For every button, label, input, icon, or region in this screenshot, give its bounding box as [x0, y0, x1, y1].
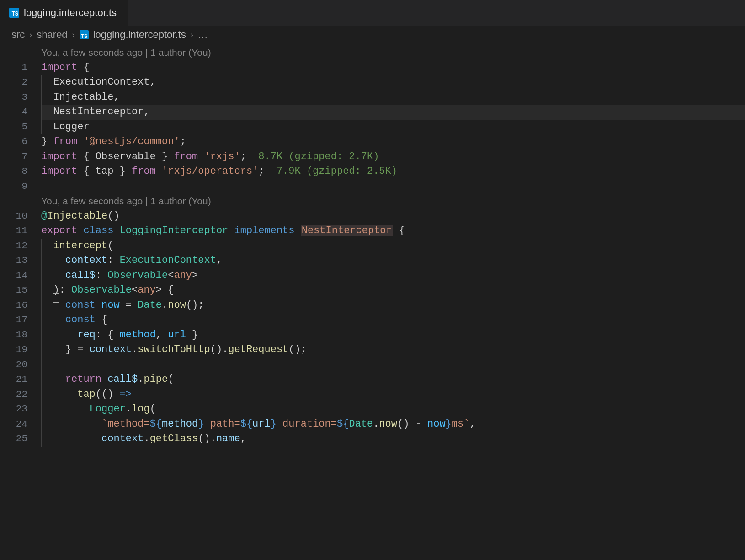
- editor-tab[interactable]: TS logging.interceptor.ts: [0, 0, 128, 26]
- code-line[interactable]: } from '@nestjs/common';: [41, 134, 745, 149]
- code-line[interactable]: import { tap } from 'rxjs/operators'; 7.…: [41, 164, 745, 179]
- breadcrumb-shared[interactable]: shared: [37, 29, 67, 41]
- code-line[interactable]: import { Observable } from 'rxjs'; 8.7K …: [41, 149, 745, 165]
- code-line[interactable]: const {: [41, 313, 745, 328]
- codelens[interactable]: You, a few seconds ago | 1 author (You): [41, 45, 745, 60]
- breadcrumb-file[interactable]: logging.interceptor.ts: [93, 29, 186, 41]
- code-line[interactable]: [41, 179, 745, 194]
- line-gutter: 1 2 3 4 5 6 7 8 9 10 11 12 13 14 15 16 1…: [0, 45, 41, 447]
- code-line[interactable]: Injectable,: [41, 90, 745, 105]
- code-line[interactable]: return call$.pipe(: [41, 372, 745, 387]
- code-line[interactable]: call$: Observable<any>: [41, 268, 745, 283]
- code-line[interactable]: context.getClass().name,: [41, 432, 745, 447]
- code-line[interactable]: [41, 357, 745, 373]
- editor[interactable]: 1 2 3 4 5 6 7 8 9 10 11 12 13 14 15 16 1…: [0, 43, 745, 447]
- code-line[interactable]: const now = Date.now();: [41, 298, 745, 313]
- tab-title: logging.interceptor.ts: [24, 7, 117, 19]
- code-line[interactable]: context: ExecutionContext,: [41, 253, 745, 268]
- code-line[interactable]: } = context.switchToHttp().getRequest();: [41, 342, 745, 357]
- breadcrumb-src[interactable]: src: [11, 29, 25, 41]
- code-line[interactable]: ): Observable<any> {: [41, 283, 745, 298]
- breadcrumb[interactable]: src › shared › TS logging.interceptor.ts…: [0, 26, 745, 43]
- code-line[interactable]: ExecutionContext,: [41, 75, 745, 90]
- code-line[interactable]: @Injectable(): [41, 209, 745, 224]
- code-area[interactable]: You, a few seconds ago | 1 author (You) …: [41, 45, 745, 447]
- code-line[interactable]: export class LoggingInterceptor implemen…: [41, 224, 745, 239]
- code-line[interactable]: req: { method, url }: [41, 328, 745, 343]
- code-line[interactable]: tap(() =>: [41, 387, 745, 402]
- code-line[interactable]: Logger: [41, 120, 745, 135]
- tab-bar: TS logging.interceptor.ts: [0, 0, 745, 26]
- code-line[interactable]: intercept(: [41, 239, 745, 254]
- typescript-icon: TS: [9, 8, 19, 18]
- chevron-right-icon: ›: [72, 30, 75, 40]
- typescript-icon: TS: [80, 30, 89, 39]
- code-line[interactable]: NestInterceptor,: [41, 105, 745, 120]
- code-line[interactable]: import {: [41, 60, 745, 75]
- code-line[interactable]: `method=${method} path=${url} duration=$…: [41, 417, 745, 432]
- chevron-right-icon: ›: [191, 30, 193, 40]
- breadcrumb-ellipsis[interactable]: …: [198, 29, 208, 41]
- code-line[interactable]: Logger.log(: [41, 402, 745, 417]
- chevron-right-icon: ›: [29, 30, 32, 40]
- codelens[interactable]: You, a few seconds ago | 1 author (You): [41, 194, 745, 209]
